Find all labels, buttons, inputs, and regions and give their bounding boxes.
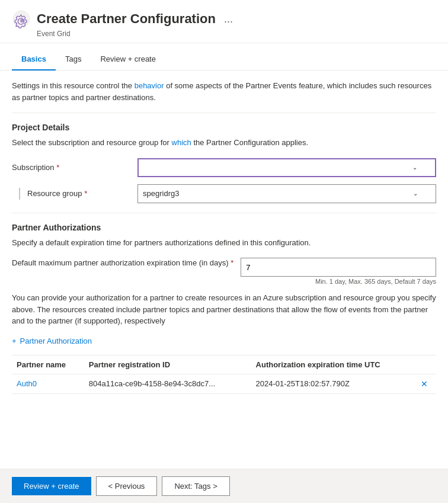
partner-auth-title: Partner Authorizations — [12, 223, 436, 232]
partner-auth-table: Partner name Partner registration ID Aut… — [12, 355, 436, 394]
rg-chevron-icon: ⌄ — [413, 190, 418, 197]
next-tags-button[interactable]: Next: Tags > — [162, 476, 229, 496]
indent-line — [19, 188, 20, 200]
svg-point-0 — [13, 11, 30, 27]
expiration-label: Default maximum partner authorization ex… — [12, 258, 233, 268]
expiration-required: * — [231, 258, 233, 267]
tab-review-create[interactable]: Review + create — [91, 49, 165, 71]
gear-icon — [12, 9, 31, 28]
previous-button[interactable]: < Previous — [96, 476, 158, 496]
page-header: Create Partner Configuration ... Event G… — [0, 0, 448, 43]
add-auth-label: Partner Authorization — [20, 337, 92, 345]
tab-tags[interactable]: Tags — [56, 49, 91, 71]
subscription-chevron-icon: ⌄ — [412, 164, 417, 171]
resource-group-dropdown[interactable]: spegridrg3 ⌄ — [137, 184, 436, 203]
subscription-control: ⌄ — [137, 158, 436, 177]
expiration-time-cell: 2024-01-25T18:02:57.790Z — [251, 374, 416, 393]
subscription-dropdown[interactable]: ⌄ — [137, 158, 436, 177]
subscription-label: Subscription * — [12, 163, 130, 172]
resource-group-value: spegridrg3 — [143, 189, 179, 198]
resource-group-control: spegridrg3 ⌄ — [137, 184, 436, 203]
add-auth-plus-icon: + — [12, 337, 17, 345]
col-actions — [416, 355, 436, 374]
partner-authorizations-section: Partner Authorizations Specify a default… — [12, 223, 436, 394]
tab-basics[interactable]: Basics — [12, 49, 56, 71]
page-subtitle: Event Grid — [12, 30, 436, 38]
table-row: Auth0 804a11ca-ce9b-4158-8e94-3c8dc7... … — [12, 374, 436, 393]
basics-description: Settings in this resource control the be… — [12, 80, 436, 103]
project-details-description: Select the subscription and resource gro… — [12, 137, 436, 149]
resource-group-label-area: Resource group * — [12, 188, 130, 200]
subscription-row: Subscription * ⌄ — [12, 158, 436, 177]
expiration-row: Default maximum partner authorization ex… — [12, 258, 436, 285]
expiration-input-area: Min. 1 day, Max. 365 days, Default 7 day… — [241, 258, 436, 285]
resource-group-label: Resource group * — [27, 189, 87, 198]
add-partner-authorization-button[interactable]: + Partner Authorization — [12, 334, 92, 348]
col-partner-name: Partner name — [12, 355, 84, 374]
expiration-input[interactable] — [241, 258, 436, 277]
delete-row-icon[interactable]: ✕ — [421, 379, 428, 389]
col-expiration-time: Authorization expiration time UTC — [251, 355, 416, 374]
svg-point-1 — [20, 19, 24, 23]
col-registration-id: Partner registration ID — [84, 355, 251, 374]
partner-name-cell[interactable]: Auth0 — [12, 374, 84, 393]
resource-group-row: Resource group * spegridrg3 ⌄ — [12, 184, 436, 203]
footer: Review + create < Previous Next: Tags > — [0, 469, 448, 503]
divider-1 — [12, 113, 436, 113]
review-create-button[interactable]: Review + create — [12, 477, 91, 495]
partner-auth-description: Specify a default expiration time for pa… — [12, 237, 436, 249]
project-details-title: Project Details — [12, 123, 436, 132]
tab-bar: Basics Tags Review + create — [0, 48, 448, 71]
more-options-icon[interactable]: ... — [224, 13, 233, 25]
subscription-required: * — [56, 163, 59, 172]
delete-cell: ✕ — [416, 374, 436, 393]
divider-2 — [12, 213, 436, 213]
registration-id-cell: 804a11ca-ce9b-4158-8e94-3c8dc7... — [84, 374, 251, 393]
auth-description: You can provide your authorization for a… — [12, 292, 436, 327]
page-title: Create Partner Configuration — [37, 11, 216, 27]
rg-required: * — [84, 189, 87, 198]
expiration-hint: Min. 1 day, Max. 365 days, Default 7 day… — [241, 278, 436, 285]
